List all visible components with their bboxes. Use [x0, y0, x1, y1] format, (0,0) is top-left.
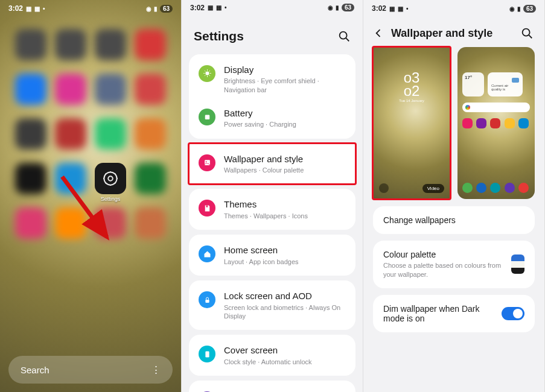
- palette-color: [511, 254, 524, 261]
- settings-list: DisplayBrightness · Eye comfort shield ·…: [182, 54, 363, 392]
- blurred-app-icon[interactable]: [55, 29, 86, 60]
- svg-line-3: [346, 38, 349, 41]
- settings-row-home[interactable]: Home screenLayout · App icon badges: [189, 238, 355, 273]
- row-text: ThemesThemes · Wallpapers · Icons: [224, 198, 346, 220]
- more-icon[interactable]: ⋮: [151, 364, 161, 375]
- row-text: Home screenLayout · App icon badges: [224, 244, 346, 266]
- mini-app-icon: [476, 118, 486, 128]
- blurred-app-icon[interactable]: [135, 74, 166, 105]
- status-more-icon: •: [406, 5, 409, 12]
- settings-row-security[interactable]: Security and privacyAuto Blocker · Permi…: [189, 384, 355, 392]
- row-subtitle: Clock style · Automatic unlock: [224, 358, 346, 366]
- blurred-app-icon[interactable]: [95, 29, 126, 60]
- row-subtitle: Wallpapers · Colour palette: [224, 166, 346, 174]
- palette-swatch: [511, 254, 524, 274]
- home-preview-icons-row: [462, 118, 530, 128]
- page-title: Wallpaper and style: [391, 27, 514, 40]
- change-wallpapers-option[interactable]: Change wallpapers: [373, 206, 535, 234]
- row-text: DisplayBrightness · Eye comfort shield ·…: [224, 64, 346, 94]
- dock-app-icon: [476, 183, 486, 193]
- search-icon[interactable]: [520, 27, 534, 40]
- wallpaper-header: Wallpaper and style: [363, 17, 544, 47]
- wifi-icon: ◉: [328, 4, 333, 11]
- settings-row-wallpaper[interactable]: Wallpaper and styleWallpapers · Colour p…: [189, 147, 355, 182]
- status-notif-icon: ▦: [389, 5, 395, 12]
- blurred-app-icon[interactable]: [135, 163, 166, 194]
- row-text: Lock screen and AODScreen lock and biome…: [224, 290, 346, 320]
- mini-app-icon: [490, 118, 500, 128]
- settings-row-themes[interactable]: ThemesThemes · Wallpapers · Icons: [189, 192, 355, 227]
- blurred-app-icon[interactable]: [135, 29, 166, 60]
- settings-header: Settings: [182, 16, 363, 54]
- cover-icon: [199, 346, 215, 362]
- status-clock: 3:02: [8, 4, 23, 13]
- lock-screen-preview[interactable]: o3 o2 Tue 14 January Video: [373, 47, 450, 199]
- status-notif-icon: ▦: [216, 4, 222, 11]
- home-screen-preview[interactable]: 17° Current air quality is: [457, 47, 535, 199]
- blurred-app-icon[interactable]: [135, 207, 166, 239]
- wallpaper-icon: [199, 154, 215, 171]
- wifi-icon: ◉: [509, 5, 515, 12]
- status-bar: 3:02 ▦ ▦ • ◉ ▮ 63: [0, 0, 181, 17]
- settings-row-display[interactable]: DisplayBrightness · Eye comfort shield ·…: [189, 57, 355, 101]
- annotation-arrow: [57, 172, 118, 250]
- row-subtitle: Brightness · Eye comfort shield · Naviga…: [224, 77, 346, 94]
- svg-point-4: [205, 72, 209, 75]
- colour-palette-option[interactable]: Colour palette Choose a palette based on…: [373, 241, 535, 288]
- settings-card: Lock screen and AODScreen lock and biome…: [189, 280, 355, 330]
- home-search-bar[interactable]: Search ⋮: [8, 356, 173, 384]
- edit-icon[interactable]: [379, 183, 389, 193]
- svg-rect-8: [206, 205, 208, 207]
- blurred-app-icon[interactable]: [15, 163, 46, 194]
- svg-rect-9: [205, 299, 209, 302]
- status-more-icon: •: [225, 4, 227, 11]
- svg-line-12: [529, 35, 532, 38]
- cloud-icon: [512, 78, 519, 83]
- svg-point-7: [205, 161, 206, 162]
- air-quality-widget: Current air quality is: [488, 72, 523, 96]
- palette-color: [511, 261, 524, 268]
- signal-icon: ▮: [517, 5, 521, 12]
- blurred-app-icon[interactable]: [15, 118, 46, 150]
- row-title: Themes: [224, 198, 346, 210]
- row-title: Home screen: [224, 244, 346, 256]
- settings-card: DisplayBrightness · Eye comfort shield ·…: [189, 54, 355, 139]
- palette-color: [511, 268, 524, 274]
- back-button[interactable]: [372, 27, 385, 40]
- weather-temp: 17°: [465, 75, 482, 80]
- weather-widget: 17°: [462, 72, 484, 96]
- dock-app-icon: [518, 183, 529, 193]
- blurred-app-icon[interactable]: [15, 207, 46, 239]
- blurred-app-icon[interactable]: [55, 118, 86, 150]
- dim-wallpaper-option[interactable]: Dim wallpaper when Dark mode is on: [373, 295, 535, 332]
- blurred-app-icon[interactable]: [15, 29, 46, 60]
- lock-icon: [199, 291, 215, 308]
- google-logo-icon: [465, 105, 470, 110]
- battery-level: 63: [342, 4, 354, 11]
- row-subtitle: Screen lock and biometrics · Always On D…: [224, 303, 346, 321]
- blurred-app-icon[interactable]: [55, 74, 86, 105]
- row-subtitle: Themes · Wallpapers · Icons: [224, 212, 346, 220]
- row-text: Wallpaper and styleWallpapers · Colour p…: [224, 153, 346, 175]
- blurred-app-icon[interactable]: [95, 118, 126, 150]
- phone-wallpaper-style: 3:02 ▦ ▦ • ◉ ▮ 63 Wallpaper and style: [363, 0, 545, 392]
- svg-point-2: [340, 31, 347, 39]
- row-subtitle: Layout · App icon badges: [224, 258, 346, 266]
- option-title: Change wallpapers: [383, 215, 524, 225]
- blurred-app-icon[interactable]: [95, 74, 126, 105]
- status-notif-icon: ▦: [34, 5, 40, 12]
- phone-settings: 3:02 ▦ ▦ • ◉ ▮ 63 Settings DisplayBright…: [182, 0, 363, 392]
- battery-level: 63: [523, 5, 536, 13]
- toggle-switch[interactable]: [502, 307, 524, 320]
- wallpaper-options: Change wallpapers Colour palette Choose …: [363, 206, 544, 332]
- row-title: Battery: [224, 107, 346, 119]
- settings-row-cover[interactable]: Cover screenClock style · Automatic unlo…: [189, 338, 355, 373]
- search-icon[interactable]: [337, 30, 351, 43]
- blurred-app-icon[interactable]: [15, 74, 46, 105]
- settings-row-battery[interactable]: BatteryPower saving · Charging: [189, 101, 355, 136]
- svg-rect-10: [205, 351, 209, 357]
- blurred-app-icon[interactable]: [135, 118, 166, 150]
- settings-row-lock[interactable]: Lock screen and AODScreen lock and biome…: [189, 283, 355, 327]
- status-bar: 3:02 ▦ ▦ • ◉ ▮ 63: [363, 0, 544, 17]
- dock-app-icon: [505, 183, 515, 193]
